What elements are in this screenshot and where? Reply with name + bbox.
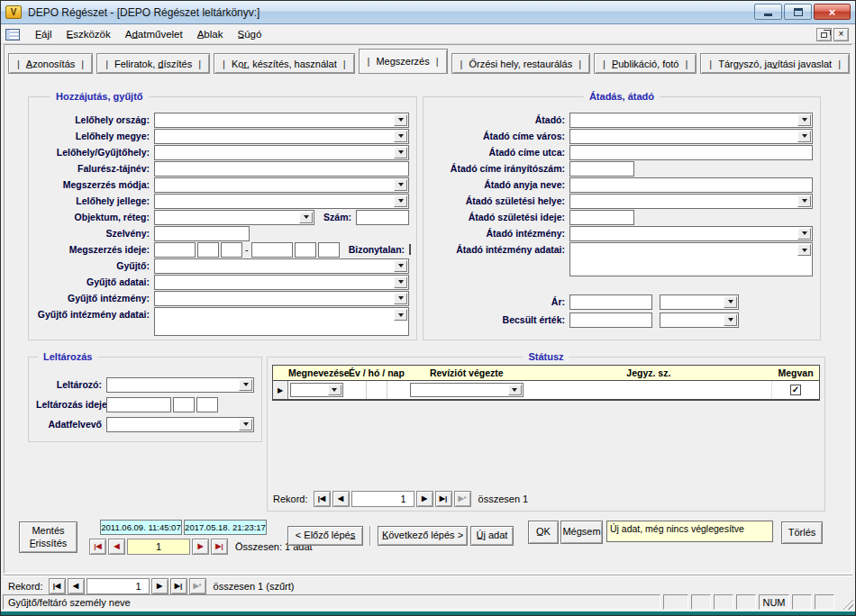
dropdown-arrow-icon[interactable] (508, 385, 522, 395)
faluresz-tajnev-input[interactable] (154, 161, 409, 177)
dropdown-arrow-icon[interactable] (394, 179, 407, 191)
megsem-button[interactable]: Mégsem (560, 521, 603, 544)
dropdown-arrow-icon[interactable] (328, 385, 341, 395)
tab-targyszo-javitasi-javaslat[interactable]: |Tárgyszó, jav̲ítási javaslat| (700, 53, 850, 74)
menu-item-sugo[interactable]: S̲úgó (230, 26, 269, 42)
dropdown-arrow-icon[interactable] (394, 293, 407, 304)
mdi-close-button[interactable]: × (833, 28, 849, 41)
atado-szuletesi-ideje-input[interactable] (569, 210, 634, 225)
bizonytalan-checkbox[interactable] (409, 244, 411, 255)
megszerzes-ideje-tol-nap-input[interactable] (221, 242, 242, 258)
leltarozas-ideje-ho-input[interactable] (173, 397, 195, 412)
becsult-ertek-unit-combo[interactable] (660, 313, 739, 328)
record-position-input[interactable]: 1 (351, 491, 414, 507)
dropdown-arrow-icon[interactable] (394, 195, 407, 207)
leltarozas-ideje-nap-input[interactable] (196, 397, 218, 412)
lelohely-jellege-combo[interactable] (154, 194, 409, 209)
first-record-button[interactable]: |◀ (314, 491, 331, 507)
lelohely-gyujtohely-combo[interactable] (154, 145, 409, 160)
megszerzes-ideje-ig-ev-input[interactable] (251, 242, 293, 258)
torles-button[interactable]: Törlés (781, 521, 823, 544)
new-record-button[interactable]: ▶* (454, 491, 471, 507)
ev-cell[interactable] (345, 381, 367, 399)
atado-cime-iranyitoszam-input[interactable] (569, 161, 634, 177)
tab-feliratok-diszites[interactable]: |Feliratok, d̲íszítés| (96, 53, 210, 74)
szelveny-input[interactable] (154, 226, 250, 241)
last-record-button[interactable]: ▶| (170, 578, 187, 594)
nap-cell[interactable] (387, 381, 408, 399)
dropdown-arrow-icon[interactable] (299, 212, 313, 223)
prev-record-button[interactable]: ◀ (332, 491, 350, 507)
atado-intezmeny-adatai-textarea[interactable] (569, 242, 813, 276)
dropdown-arrow-icon[interactable] (724, 296, 737, 308)
dropdown-arrow-icon[interactable] (797, 114, 811, 126)
megszerzes-modja-combo[interactable] (154, 177, 409, 193)
menu-item-eszkozok[interactable]: E̲szközök (59, 26, 118, 42)
record-position-input[interactable]: 1 (87, 578, 150, 594)
elozo-lepes-button[interactable]: < Előző lépés̲ (287, 526, 363, 546)
gyujto-combo[interactable] (154, 258, 409, 274)
new-record-button[interactable]: ▶* (189, 578, 206, 594)
megvan-checkbox[interactable]: ✓ (790, 385, 801, 395)
next-record-button[interactable]: ▶ (192, 539, 209, 555)
dropdown-arrow-icon[interactable] (394, 114, 407, 126)
tab-publikacio-foto[interactable]: |P̲ublikáció, fotó| (594, 53, 697, 74)
leltarozas-ideje-ev-input[interactable] (106, 397, 171, 412)
dropdown-arrow-icon[interactable] (797, 244, 811, 256)
prev-record-button[interactable]: ◀ (108, 539, 125, 555)
dropdown-arrow-icon[interactable] (797, 195, 811, 207)
dropdown-arrow-icon[interactable] (797, 228, 811, 240)
ar-input[interactable] (569, 294, 652, 310)
menu-item-ablak[interactable]: A̲blak (190, 26, 231, 42)
megnevezese-combo[interactable] (290, 383, 343, 397)
tab-megszerzes[interactable]: |Megszerzés| (359, 49, 448, 74)
close-button[interactable]: × (814, 4, 851, 20)
dropdown-arrow-icon[interactable] (797, 131, 811, 142)
maximize-button[interactable] (784, 4, 812, 20)
next-record-button[interactable]: ▶ (151, 578, 168, 594)
last-record-button[interactable]: ▶| (211, 539, 228, 555)
ar-unit-combo[interactable] (660, 294, 739, 310)
megszerzes-ideje-tol-ho-input[interactable] (197, 242, 219, 258)
first-record-button[interactable]: |◀ (49, 578, 66, 594)
dropdown-arrow-icon[interactable] (394, 131, 407, 142)
dropdown-arrow-icon[interactable] (394, 276, 407, 288)
menu-item-fajl[interactable]: F̲ájl (28, 26, 59, 42)
megszerzes-ideje-ig-ho-input[interactable] (295, 242, 316, 258)
record-position-input[interactable]: 1 (127, 539, 190, 555)
megszerzes-ideje-ig-nap-input[interactable] (318, 242, 340, 258)
megszerzes-ideje-tol-ev-input[interactable] (154, 242, 196, 258)
next-record-button[interactable]: ▶ (416, 491, 433, 507)
dropdown-arrow-icon[interactable] (724, 314, 737, 326)
ok-button[interactable]: O̲K (528, 521, 559, 544)
gyujto-intezmeny-combo[interactable] (154, 291, 409, 306)
dropdown-arrow-icon[interactable] (239, 419, 252, 430)
mentes-frissites-button[interactable]: Mentés F̲rissítés (19, 521, 77, 553)
minimize-button[interactable] (754, 4, 782, 20)
atado-szuletesi-helye-combo[interactable] (569, 194, 813, 209)
dropdown-arrow-icon[interactable] (394, 260, 407, 272)
lelohely-orszag-combo[interactable] (154, 113, 409, 128)
szam-input[interactable] (356, 210, 409, 225)
atado-cime-varos-combo[interactable] (569, 129, 813, 144)
dropdown-arrow-icon[interactable] (239, 379, 252, 391)
dropdown-arrow-icon[interactable] (394, 309, 407, 321)
ho-cell[interactable] (367, 381, 388, 399)
gyujto-intezmeny-adatai-textarea[interactable] (154, 307, 409, 336)
atado-intezmeny-combo[interactable] (569, 226, 813, 241)
adatfelvevo-combo[interactable] (106, 417, 254, 432)
jegyz-sz-cell[interactable] (525, 381, 773, 399)
kovetkezo-lepes-button[interactable]: K̲övetkező lépés > (378, 526, 468, 546)
objektum-reteg-combo[interactable] (154, 210, 314, 225)
row-selector[interactable]: ▶ (273, 381, 288, 399)
atado-anyja-neve-input[interactable] (569, 177, 813, 193)
leltarozo-combo[interactable] (106, 377, 254, 393)
prev-record-button[interactable]: ◀ (68, 578, 85, 594)
atado-cime-utca-input[interactable] (569, 145, 813, 160)
tab-kor-keszites-hasznalat[interactable]: |Kor̲, készítés, használat| (214, 53, 355, 74)
menu-item-adatmuvelet[interactable]: Ad̲atművelet (118, 26, 190, 42)
uj-adat-button[interactable]: Ú̲j adat (470, 526, 514, 546)
dropdown-arrow-icon[interactable] (394, 147, 407, 159)
first-record-button[interactable]: |◀ (89, 539, 106, 555)
atado-combo[interactable] (569, 113, 813, 128)
